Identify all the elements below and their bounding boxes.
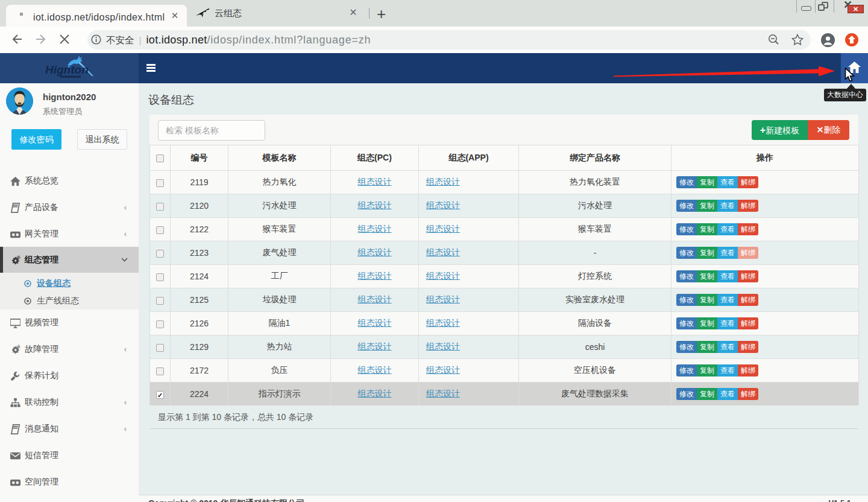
svg-text:Hignton: Hignton — [45, 63, 89, 76]
